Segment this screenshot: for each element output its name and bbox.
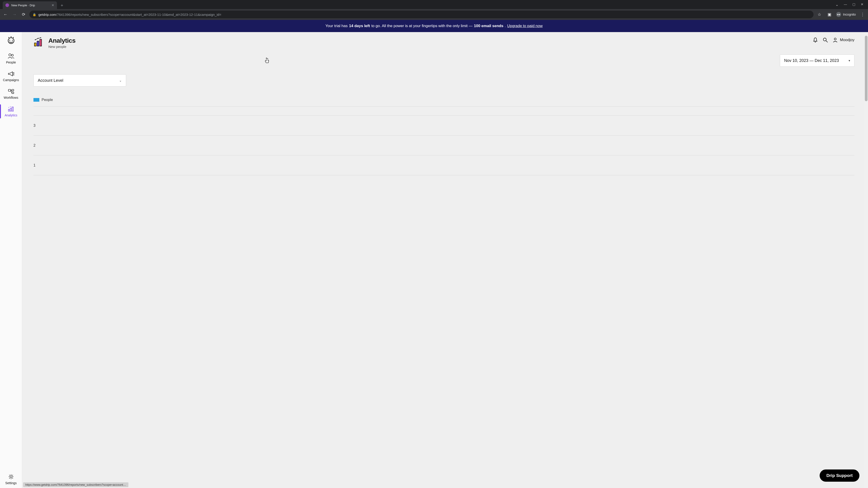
svg-rect-9 xyxy=(12,90,14,91)
svg-rect-11 xyxy=(8,109,9,111)
sidebar-item-label: Analytics xyxy=(4,113,17,117)
svg-point-5 xyxy=(13,37,14,38)
svg-rect-10 xyxy=(12,92,14,94)
user-name: Moodjoy xyxy=(840,38,855,42)
trial-banner: Your trial has 14 days left to go. All t… xyxy=(0,20,868,32)
tabs-dropdown-icon[interactable]: ⌄ xyxy=(835,2,838,7)
scope-dropdown[interactable]: Account Level ⌄ xyxy=(33,74,126,87)
address-bar[interactable]: 🔒 getdrip.com/7641396/reports/new_subscr… xyxy=(29,11,813,18)
tab-title: New People · Drip xyxy=(11,4,49,7)
window-minimize-button[interactable]: — xyxy=(844,2,847,7)
incognito-label: Incognito xyxy=(843,13,856,16)
chevron-down-icon: ▾ xyxy=(848,59,850,62)
new-tab-button[interactable]: ＋ xyxy=(59,2,65,8)
lock-icon: 🔒 xyxy=(33,13,36,16)
window-close-button[interactable]: ✕ xyxy=(861,2,864,7)
banner-days-left: 14 days left xyxy=(349,24,370,28)
search-icon[interactable] xyxy=(822,37,828,43)
chart-legend: People xyxy=(33,98,855,107)
sidebar-item-campaigns[interactable]: Campaigns xyxy=(0,67,22,85)
incognito-chip[interactable]: ●● Incognito xyxy=(836,12,856,17)
gear-icon xyxy=(7,474,15,480)
chart: People 3 2 1 xyxy=(33,98,855,182)
incognito-icon: ●● xyxy=(836,12,841,17)
sidebar-item-label: People xyxy=(6,61,16,64)
svg-point-14 xyxy=(8,107,9,108)
panel-icon[interactable]: ▣ xyxy=(826,11,833,18)
banner-text-suffix: . xyxy=(505,24,506,28)
svg-rect-19 xyxy=(37,41,39,46)
drip-logo[interactable] xyxy=(6,36,16,45)
url-text: getdrip.com/7641396/reports/new_subscrib… xyxy=(38,13,221,17)
svg-point-7 xyxy=(11,54,13,56)
upgrade-link[interactable]: Upgrade to paid now xyxy=(507,24,543,28)
svg-rect-18 xyxy=(34,43,36,46)
svg-point-24 xyxy=(823,38,826,41)
svg-point-16 xyxy=(11,107,12,107)
y-tick: 3 xyxy=(33,124,35,128)
svg-point-15 xyxy=(10,106,11,107)
window-maximize-button[interactable]: ▢ xyxy=(852,2,855,7)
workflow-icon xyxy=(7,88,15,94)
bookmark-icon[interactable]: ☆ xyxy=(816,11,823,18)
banner-text-prefix: Your trial has xyxy=(325,24,348,28)
svg-rect-12 xyxy=(10,108,11,111)
date-range-value: Nov 10, 2023 — Dec 11, 2023 xyxy=(784,58,839,63)
sidebar-item-settings[interactable]: Settings xyxy=(0,470,22,488)
tab-favicon xyxy=(5,3,9,7)
svg-rect-13 xyxy=(12,107,13,111)
analytics-header-icon xyxy=(33,37,44,47)
svg-point-1 xyxy=(9,40,10,41)
sidebar-item-people[interactable]: People xyxy=(0,50,22,67)
legend-swatch xyxy=(33,98,39,102)
scope-value: Account Level xyxy=(38,78,63,83)
svg-point-2 xyxy=(12,40,13,41)
svg-point-25 xyxy=(834,38,836,40)
support-button[interactable]: Drip Support xyxy=(819,469,860,482)
people-icon xyxy=(7,53,15,59)
megaphone-icon xyxy=(7,70,15,77)
analytics-icon xyxy=(7,106,15,112)
date-range-dropdown[interactable]: Nov 10, 2023 — Dec 11, 2023 ▾ xyxy=(780,55,855,67)
svg-point-6 xyxy=(8,54,11,56)
user-icon xyxy=(832,37,838,43)
reload-button[interactable]: ⟳ xyxy=(20,11,27,18)
browser-tab[interactable]: New People · Drip ✕ xyxy=(3,1,57,9)
svg-rect-20 xyxy=(40,39,41,46)
banner-send-limit: 100 email sends xyxy=(474,24,503,28)
page-title: Analytics xyxy=(49,37,75,44)
banner-text-mid: to go. All the power is at your fingerti… xyxy=(371,24,473,28)
sidebar-item-label: Workflows xyxy=(4,96,18,99)
sidebar-item-workflows[interactable]: Workflows xyxy=(0,85,22,103)
svg-point-17 xyxy=(10,476,12,478)
y-tick: 1 xyxy=(33,163,35,167)
svg-point-3 xyxy=(8,37,9,38)
forward-button[interactable]: → xyxy=(11,11,18,18)
y-tick: 2 xyxy=(33,143,35,148)
chart-grid: 3 2 1 xyxy=(33,107,855,182)
svg-rect-8 xyxy=(8,90,11,92)
sidebar-item-label: Campaigns xyxy=(3,78,19,82)
bell-icon[interactable] xyxy=(812,37,818,43)
back-button[interactable]: ← xyxy=(2,11,8,18)
browser-menu-icon[interactable]: ⋮ xyxy=(860,11,866,18)
close-tab-icon[interactable]: ✕ xyxy=(52,3,54,7)
chevron-down-icon: ⌄ xyxy=(119,78,122,82)
sidebar: People Campaigns Workflows Analytics Set… xyxy=(0,32,22,488)
status-bar-url: https://www.getdrip.com/7641396/reports/… xyxy=(23,482,128,487)
page-subtitle: New people xyxy=(49,45,75,48)
legend-label: People xyxy=(41,98,53,102)
sidebar-item-analytics[interactable]: Analytics xyxy=(0,103,22,120)
user-menu[interactable]: Moodjoy xyxy=(832,37,855,43)
svg-point-4 xyxy=(11,36,11,37)
sidebar-item-label: Settings xyxy=(5,481,17,485)
